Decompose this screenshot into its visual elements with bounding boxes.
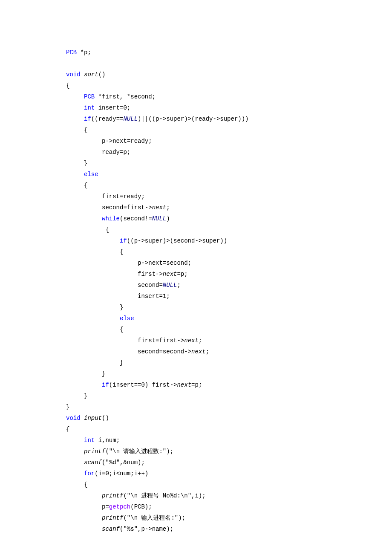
code-token: PCB: [66, 49, 77, 56]
code-line: void sort(): [66, 71, 105, 78]
code-line: }: [66, 404, 69, 410]
code-token: ("%d",&num);: [102, 459, 145, 466]
code-line: printf("\n 请输入进程数:");: [66, 448, 173, 455]
code-token: }: [120, 304, 123, 311]
code-token: ): [166, 215, 170, 222]
code-line: }: [66, 160, 87, 167]
code-line: int i,num;: [66, 437, 120, 444]
code-token: }: [66, 404, 69, 410]
code-line: }: [66, 359, 123, 366]
code-line: p=getpch(PCB);: [66, 503, 152, 510]
code-token: =p;: [191, 382, 202, 388]
code-token: PCB: [84, 93, 95, 100]
code-token: (): [102, 415, 109, 422]
code-token: (i=0;i<num;i++): [95, 470, 148, 477]
code-block: PCB *p; void sort() { PCB *first, *secon…: [66, 47, 392, 535]
code-line: for(i=0;i<num;i++): [66, 470, 148, 477]
code-line: if((ready==NULL)||((p->super)>(ready->su…: [66, 116, 249, 122]
code-token: {: [120, 249, 123, 255]
code-token: first->: [138, 271, 163, 278]
code-line: second=second->next;: [66, 348, 209, 355]
code-token: ("\n 请输入进程数:");: [105, 448, 173, 455]
code-token: second=first->: [102, 204, 152, 211]
code-token: for: [84, 470, 95, 477]
code-token: {: [120, 326, 123, 333]
code-token: NULL: [123, 116, 138, 122]
code-token: }: [120, 359, 123, 366]
code-line: second=first->next;: [66, 204, 170, 211]
code-token: ((ready==: [91, 116, 124, 122]
code-line: first=ready;: [66, 193, 145, 200]
code-token: i,num;: [95, 437, 120, 444]
code-line: second=NULL;: [66, 282, 181, 289]
code-token: void: [66, 415, 81, 422]
code-token: {: [84, 481, 87, 488]
code-token: ("\n 进程号 No%d:\n",i);: [123, 492, 205, 499]
code-token: first=ready;: [102, 193, 145, 200]
code-line: {: [66, 249, 123, 255]
code-token: {: [84, 127, 87, 133]
code-line: PCB *p;: [66, 49, 91, 56]
code-line: int insert=0;: [66, 104, 130, 111]
code-token: input: [84, 415, 102, 422]
code-token: sort: [84, 71, 98, 78]
code-line: else: [66, 171, 98, 178]
code-token: scanf: [102, 526, 120, 532]
code-line: insert=1;: [66, 293, 170, 300]
code-token: if: [102, 382, 109, 388]
code-token: [81, 71, 84, 78]
code-line: void input(): [66, 415, 109, 422]
code-token: void: [66, 71, 81, 78]
code-token: next: [177, 382, 191, 388]
code-token: next: [163, 271, 177, 278]
code-token: printf: [84, 448, 105, 455]
code-token: [81, 415, 84, 422]
code-line: {: [66, 82, 69, 89]
code-token: }: [84, 393, 87, 399]
code-line: {: [66, 127, 87, 133]
code-token: ((p->super)>(second->super)): [127, 237, 227, 244]
code-token: second=second->: [138, 348, 191, 355]
code-line: {: [66, 326, 123, 333]
code-token: next: [152, 204, 167, 211]
code-token: while: [102, 215, 120, 222]
code-token: p=: [102, 503, 109, 510]
code-token: first=first->: [138, 337, 184, 344]
code-token: (second!=: [120, 215, 152, 222]
code-line: printf("\n 输入进程名:");: [66, 515, 185, 521]
code-token: ("\n 输入进程名:");: [123, 515, 185, 521]
code-token: (insert==0) first->: [109, 382, 177, 388]
code-token: next: [191, 348, 206, 355]
code-token: (PCB);: [130, 503, 152, 510]
code-line: p->next=ready;: [66, 138, 152, 145]
code-token: if: [84, 116, 91, 122]
code-line: scanf("%d",&num);: [66, 459, 145, 466]
code-token: next: [184, 337, 199, 344]
code-token: insert=0;: [95, 104, 130, 111]
code-token: printf: [102, 492, 123, 499]
code-token: *first, *second;: [95, 93, 156, 100]
code-token: {: [84, 182, 87, 189]
code-page: PCB *p; void sort() { PCB *first, *secon…: [0, 0, 392, 555]
code-line: else: [66, 315, 134, 322]
code-token: ready=p;: [102, 149, 130, 156]
code-line: }: [66, 393, 87, 399]
code-token: {: [102, 226, 109, 233]
code-token: (): [98, 71, 106, 78]
code-token: p->next=second;: [138, 260, 191, 266]
code-line: while(second!=NULL): [66, 215, 170, 222]
code-line: ready=p;: [66, 149, 130, 156]
code-token: ("%s",p->name);: [120, 526, 173, 532]
code-line: {: [66, 182, 87, 189]
code-line: {: [66, 481, 87, 488]
code-line: PCB *first, *second;: [66, 93, 156, 100]
code-token: p->next=ready;: [102, 138, 152, 145]
code-token: ;: [199, 337, 202, 344]
code-token: ;: [166, 204, 170, 211]
code-token: int: [84, 104, 95, 111]
code-line: first=first->next;: [66, 337, 202, 344]
code-line: p->next=second;: [66, 260, 191, 266]
code-token: }: [102, 370, 105, 377]
code-token: }: [84, 160, 87, 167]
code-token: {: [66, 426, 69, 433]
